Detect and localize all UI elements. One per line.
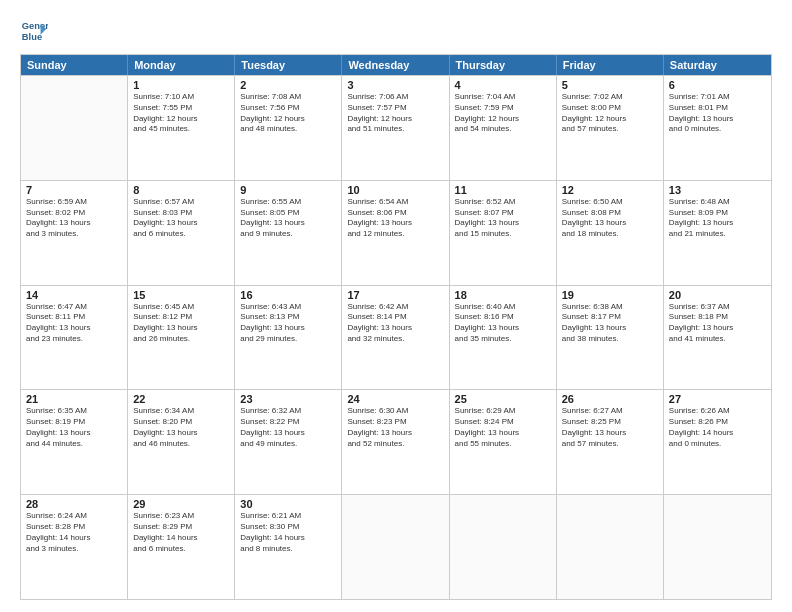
day-number: 15 xyxy=(133,289,229,301)
day-number: 23 xyxy=(240,393,336,405)
day-number: 27 xyxy=(669,393,766,405)
cell-info: Sunrise: 6:37 AM Sunset: 8:18 PM Dayligh… xyxy=(669,302,766,345)
calendar-cell-7: 7Sunrise: 6:59 AM Sunset: 8:02 PM Daylig… xyxy=(21,181,128,285)
cell-info: Sunrise: 6:48 AM Sunset: 8:09 PM Dayligh… xyxy=(669,197,766,240)
day-number: 21 xyxy=(26,393,122,405)
header-day-thursday: Thursday xyxy=(450,55,557,75)
calendar-cell-21: 21Sunrise: 6:35 AM Sunset: 8:19 PM Dayli… xyxy=(21,390,128,494)
day-number: 16 xyxy=(240,289,336,301)
cell-info: Sunrise: 6:32 AM Sunset: 8:22 PM Dayligh… xyxy=(240,406,336,449)
header-day-saturday: Saturday xyxy=(664,55,771,75)
cell-info: Sunrise: 6:43 AM Sunset: 8:13 PM Dayligh… xyxy=(240,302,336,345)
calendar-cell-20: 20Sunrise: 6:37 AM Sunset: 8:18 PM Dayli… xyxy=(664,286,771,390)
day-number: 6 xyxy=(669,79,766,91)
page: General Blue SundayMondayTuesdayWednesda… xyxy=(0,0,792,612)
day-number: 17 xyxy=(347,289,443,301)
cell-info: Sunrise: 6:26 AM Sunset: 8:26 PM Dayligh… xyxy=(669,406,766,449)
calendar-cell-14: 14Sunrise: 6:47 AM Sunset: 8:11 PM Dayli… xyxy=(21,286,128,390)
cell-info: Sunrise: 6:45 AM Sunset: 8:12 PM Dayligh… xyxy=(133,302,229,345)
calendar-cell-10: 10Sunrise: 6:54 AM Sunset: 8:06 PM Dayli… xyxy=(342,181,449,285)
header-day-wednesday: Wednesday xyxy=(342,55,449,75)
day-number: 2 xyxy=(240,79,336,91)
calendar-cell-empty-4-5 xyxy=(557,495,664,599)
calendar-cell-11: 11Sunrise: 6:52 AM Sunset: 8:07 PM Dayli… xyxy=(450,181,557,285)
cell-info: Sunrise: 6:35 AM Sunset: 8:19 PM Dayligh… xyxy=(26,406,122,449)
calendar-body: 1Sunrise: 7:10 AM Sunset: 7:55 PM Daylig… xyxy=(21,75,771,599)
cell-info: Sunrise: 6:24 AM Sunset: 8:28 PM Dayligh… xyxy=(26,511,122,554)
cell-info: Sunrise: 6:42 AM Sunset: 8:14 PM Dayligh… xyxy=(347,302,443,345)
day-number: 18 xyxy=(455,289,551,301)
calendar-cell-26: 26Sunrise: 6:27 AM Sunset: 8:25 PM Dayli… xyxy=(557,390,664,494)
cell-info: Sunrise: 6:47 AM Sunset: 8:11 PM Dayligh… xyxy=(26,302,122,345)
svg-text:Blue: Blue xyxy=(22,32,42,42)
calendar-cell-9: 9Sunrise: 6:55 AM Sunset: 8:05 PM Daylig… xyxy=(235,181,342,285)
day-number: 29 xyxy=(133,498,229,510)
cell-info: Sunrise: 7:10 AM Sunset: 7:55 PM Dayligh… xyxy=(133,92,229,135)
cell-info: Sunrise: 6:30 AM Sunset: 8:23 PM Dayligh… xyxy=(347,406,443,449)
calendar-cell-25: 25Sunrise: 6:29 AM Sunset: 8:24 PM Dayli… xyxy=(450,390,557,494)
calendar-row-1: 7Sunrise: 6:59 AM Sunset: 8:02 PM Daylig… xyxy=(21,180,771,285)
calendar-cell-4: 4Sunrise: 7:04 AM Sunset: 7:59 PM Daylig… xyxy=(450,76,557,180)
cell-info: Sunrise: 6:29 AM Sunset: 8:24 PM Dayligh… xyxy=(455,406,551,449)
calendar-cell-16: 16Sunrise: 6:43 AM Sunset: 8:13 PM Dayli… xyxy=(235,286,342,390)
header-day-monday: Monday xyxy=(128,55,235,75)
cell-info: Sunrise: 6:38 AM Sunset: 8:17 PM Dayligh… xyxy=(562,302,658,345)
cell-info: Sunrise: 7:01 AM Sunset: 8:01 PM Dayligh… xyxy=(669,92,766,135)
logo-icon: General Blue xyxy=(20,16,48,44)
day-number: 14 xyxy=(26,289,122,301)
calendar-cell-5: 5Sunrise: 7:02 AM Sunset: 8:00 PM Daylig… xyxy=(557,76,664,180)
cell-info: Sunrise: 6:54 AM Sunset: 8:06 PM Dayligh… xyxy=(347,197,443,240)
day-number: 24 xyxy=(347,393,443,405)
cell-info: Sunrise: 7:08 AM Sunset: 7:56 PM Dayligh… xyxy=(240,92,336,135)
calendar-cell-22: 22Sunrise: 6:34 AM Sunset: 8:20 PM Dayli… xyxy=(128,390,235,494)
day-number: 10 xyxy=(347,184,443,196)
calendar-cell-17: 17Sunrise: 6:42 AM Sunset: 8:14 PM Dayli… xyxy=(342,286,449,390)
cell-info: Sunrise: 6:21 AM Sunset: 8:30 PM Dayligh… xyxy=(240,511,336,554)
calendar-row-3: 21Sunrise: 6:35 AM Sunset: 8:19 PM Dayli… xyxy=(21,389,771,494)
calendar-cell-12: 12Sunrise: 6:50 AM Sunset: 8:08 PM Dayli… xyxy=(557,181,664,285)
cell-info: Sunrise: 6:23 AM Sunset: 8:29 PM Dayligh… xyxy=(133,511,229,554)
calendar-cell-1: 1Sunrise: 7:10 AM Sunset: 7:55 PM Daylig… xyxy=(128,76,235,180)
calendar-cell-18: 18Sunrise: 6:40 AM Sunset: 8:16 PM Dayli… xyxy=(450,286,557,390)
header-day-sunday: Sunday xyxy=(21,55,128,75)
cell-info: Sunrise: 7:04 AM Sunset: 7:59 PM Dayligh… xyxy=(455,92,551,135)
calendar-cell-24: 24Sunrise: 6:30 AM Sunset: 8:23 PM Dayli… xyxy=(342,390,449,494)
day-number: 22 xyxy=(133,393,229,405)
day-number: 19 xyxy=(562,289,658,301)
calendar: SundayMondayTuesdayWednesdayThursdayFrid… xyxy=(20,54,772,600)
day-number: 5 xyxy=(562,79,658,91)
calendar-cell-empty-4-6 xyxy=(664,495,771,599)
calendar-cell-27: 27Sunrise: 6:26 AM Sunset: 8:26 PM Dayli… xyxy=(664,390,771,494)
cell-info: Sunrise: 6:40 AM Sunset: 8:16 PM Dayligh… xyxy=(455,302,551,345)
calendar-cell-13: 13Sunrise: 6:48 AM Sunset: 8:09 PM Dayli… xyxy=(664,181,771,285)
day-number: 12 xyxy=(562,184,658,196)
cell-info: Sunrise: 6:27 AM Sunset: 8:25 PM Dayligh… xyxy=(562,406,658,449)
day-number: 11 xyxy=(455,184,551,196)
cell-info: Sunrise: 6:52 AM Sunset: 8:07 PM Dayligh… xyxy=(455,197,551,240)
calendar-cell-empty-4-3 xyxy=(342,495,449,599)
day-number: 1 xyxy=(133,79,229,91)
day-number: 4 xyxy=(455,79,551,91)
calendar-cell-29: 29Sunrise: 6:23 AM Sunset: 8:29 PM Dayli… xyxy=(128,495,235,599)
day-number: 3 xyxy=(347,79,443,91)
calendar-row-0: 1Sunrise: 7:10 AM Sunset: 7:55 PM Daylig… xyxy=(21,75,771,180)
day-number: 7 xyxy=(26,184,122,196)
calendar-cell-2: 2Sunrise: 7:08 AM Sunset: 7:56 PM Daylig… xyxy=(235,76,342,180)
calendar-cell-empty-4-4 xyxy=(450,495,557,599)
day-number: 26 xyxy=(562,393,658,405)
header-day-tuesday: Tuesday xyxy=(235,55,342,75)
cell-info: Sunrise: 7:06 AM Sunset: 7:57 PM Dayligh… xyxy=(347,92,443,135)
cell-info: Sunrise: 6:57 AM Sunset: 8:03 PM Dayligh… xyxy=(133,197,229,240)
cell-info: Sunrise: 6:50 AM Sunset: 8:08 PM Dayligh… xyxy=(562,197,658,240)
day-number: 9 xyxy=(240,184,336,196)
day-number: 8 xyxy=(133,184,229,196)
calendar-row-4: 28Sunrise: 6:24 AM Sunset: 8:28 PM Dayli… xyxy=(21,494,771,599)
day-number: 25 xyxy=(455,393,551,405)
day-number: 30 xyxy=(240,498,336,510)
calendar-cell-3: 3Sunrise: 7:06 AM Sunset: 7:57 PM Daylig… xyxy=(342,76,449,180)
cell-info: Sunrise: 6:55 AM Sunset: 8:05 PM Dayligh… xyxy=(240,197,336,240)
header-day-friday: Friday xyxy=(557,55,664,75)
calendar-cell-8: 8Sunrise: 6:57 AM Sunset: 8:03 PM Daylig… xyxy=(128,181,235,285)
calendar-cell-19: 19Sunrise: 6:38 AM Sunset: 8:17 PM Dayli… xyxy=(557,286,664,390)
header: General Blue xyxy=(20,16,772,44)
